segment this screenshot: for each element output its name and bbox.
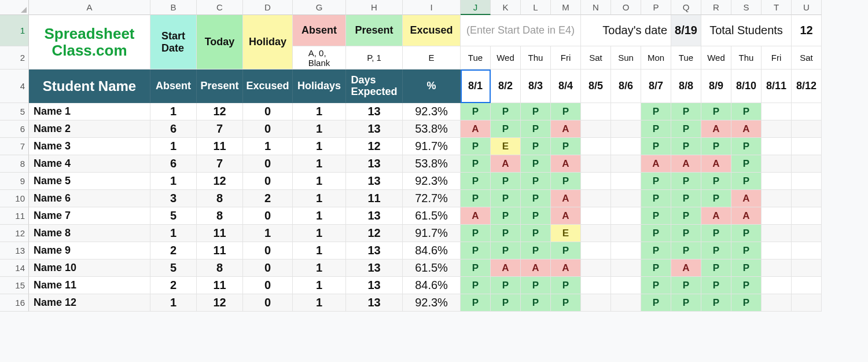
absent-cell[interactable]: 6: [150, 155, 197, 173]
col-header-N[interactable]: N: [581, 0, 611, 15]
attendance-cell[interactable]: [611, 190, 641, 207]
attendance-cell[interactable]: A: [731, 190, 762, 207]
absent-cell[interactable]: 1: [150, 294, 197, 312]
attendance-cell[interactable]: [792, 120, 822, 138]
attendance-cell[interactable]: A: [701, 120, 731, 138]
attendance-cell[interactable]: [611, 103, 641, 120]
absent-cell[interactable]: 5: [150, 259, 197, 277]
attendance-cell[interactable]: P: [701, 173, 731, 190]
attendance-cell[interactable]: [611, 120, 641, 138]
col-header-U[interactable]: U: [792, 0, 822, 15]
present-cell[interactable]: 12: [197, 103, 243, 120]
attendance-cell[interactable]: A: [551, 207, 581, 225]
days-expected-cell[interactable]: 13: [346, 277, 403, 294]
holidays-cell[interactable]: 1: [293, 155, 346, 173]
attendance-cell[interactable]: P: [551, 294, 581, 312]
student-name-cell[interactable]: Name 11: [29, 277, 150, 294]
col-header-O[interactable]: O: [611, 0, 641, 15]
attendance-cell[interactable]: [581, 207, 611, 225]
col-header-A[interactable]: A: [29, 0, 150, 15]
excused-cell[interactable]: 0: [243, 120, 293, 138]
student-name-cell[interactable]: Name 9: [29, 242, 150, 259]
holidays-cell[interactable]: 1: [293, 190, 346, 207]
attendance-cell[interactable]: P: [641, 173, 671, 190]
percent-cell[interactable]: 53.8%: [403, 120, 461, 138]
attendance-cell[interactable]: P: [641, 242, 671, 259]
attendance-cell[interactable]: [581, 259, 611, 277]
col-header-T[interactable]: T: [762, 0, 792, 15]
holidays-cell[interactable]: 1: [293, 103, 346, 120]
student-name-cell[interactable]: Name 3: [29, 138, 150, 155]
attendance-cell[interactable]: [792, 225, 822, 242]
attendance-cell[interactable]: P: [731, 155, 762, 173]
holidays-cell[interactable]: 1: [293, 225, 346, 242]
present-cell[interactable]: 12: [197, 173, 243, 190]
present-cell[interactable]: 12: [197, 294, 243, 312]
col-header-D[interactable]: D: [243, 0, 293, 15]
attendance-cell[interactable]: [762, 138, 792, 155]
holidays-cell[interactable]: 1: [293, 120, 346, 138]
attendance-cell[interactable]: A: [551, 120, 581, 138]
absent-cell[interactable]: 1: [150, 138, 197, 155]
spreadsheet-grid[interactable]: ABCDGHIJKLMNOPQRSTU124567891011121314151…: [0, 0, 868, 329]
present-cell[interactable]: 11: [197, 277, 243, 294]
attendance-cell[interactable]: P: [551, 138, 581, 155]
attendance-cell[interactable]: [762, 259, 792, 277]
attendance-cell[interactable]: P: [491, 120, 521, 138]
absent-cell[interactable]: 6: [150, 120, 197, 138]
date-header[interactable]: 8/9: [701, 70, 731, 103]
attendance-cell[interactable]: [611, 207, 641, 225]
attendance-cell[interactable]: P: [671, 173, 701, 190]
absent-cell[interactable]: 2: [150, 277, 197, 294]
attendance-cell[interactable]: P: [491, 242, 521, 259]
col-header-P[interactable]: P: [641, 0, 671, 15]
attendance-cell[interactable]: [762, 155, 792, 173]
attendance-cell[interactable]: P: [671, 242, 701, 259]
attendance-cell[interactable]: P: [701, 103, 731, 120]
attendance-cell[interactable]: P: [641, 259, 671, 277]
attendance-cell[interactable]: [762, 173, 792, 190]
attendance-cell[interactable]: P: [671, 207, 701, 225]
excused-cell[interactable]: 0: [243, 207, 293, 225]
col-header-G[interactable]: G: [293, 0, 346, 15]
holidays-cell[interactable]: 1: [293, 294, 346, 312]
attendance-cell[interactable]: [581, 225, 611, 242]
row-header-5[interactable]: 5: [0, 103, 29, 120]
row-header-8[interactable]: 8: [0, 155, 29, 173]
attendance-cell[interactable]: P: [521, 103, 551, 120]
attendance-cell[interactable]: A: [641, 155, 671, 173]
holidays-cell[interactable]: 1: [293, 207, 346, 225]
attendance-cell[interactable]: [762, 103, 792, 120]
date-header[interactable]: 8/8: [671, 70, 701, 103]
percent-cell[interactable]: 91.7%: [403, 225, 461, 242]
row-header-11[interactable]: 11: [0, 207, 29, 225]
col-header-M[interactable]: M: [551, 0, 581, 15]
days-expected-cell[interactable]: 12: [346, 138, 403, 155]
attendance-cell[interactable]: P: [641, 190, 671, 207]
attendance-cell[interactable]: P: [521, 242, 551, 259]
row-header-7[interactable]: 7: [0, 138, 29, 155]
absent-cell[interactable]: 1: [150, 225, 197, 242]
attendance-cell[interactable]: P: [731, 225, 762, 242]
percent-cell[interactable]: 61.5%: [403, 207, 461, 225]
attendance-cell[interactable]: P: [671, 138, 701, 155]
attendance-cell[interactable]: P: [731, 173, 762, 190]
attendance-cell[interactable]: P: [491, 190, 521, 207]
attendance-cell[interactable]: P: [731, 138, 762, 155]
attendance-cell[interactable]: [611, 225, 641, 242]
present-cell[interactable]: 11: [197, 138, 243, 155]
attendance-cell[interactable]: A: [731, 120, 762, 138]
attendance-cell[interactable]: [792, 294, 822, 312]
attendance-cell[interactable]: P: [671, 294, 701, 312]
col-header-J[interactable]: J: [461, 0, 491, 15]
attendance-cell[interactable]: P: [521, 277, 551, 294]
date-header[interactable]: 8/7: [641, 70, 671, 103]
attendance-cell[interactable]: P: [701, 190, 731, 207]
holidays-cell[interactable]: 1: [293, 138, 346, 155]
attendance-cell[interactable]: A: [461, 120, 491, 138]
present-cell[interactable]: 7: [197, 120, 243, 138]
absent-cell[interactable]: 2: [150, 242, 197, 259]
student-name-cell[interactable]: Name 8: [29, 225, 150, 242]
excused-cell[interactable]: 0: [243, 259, 293, 277]
date-header[interactable]: 8/11: [762, 70, 792, 103]
